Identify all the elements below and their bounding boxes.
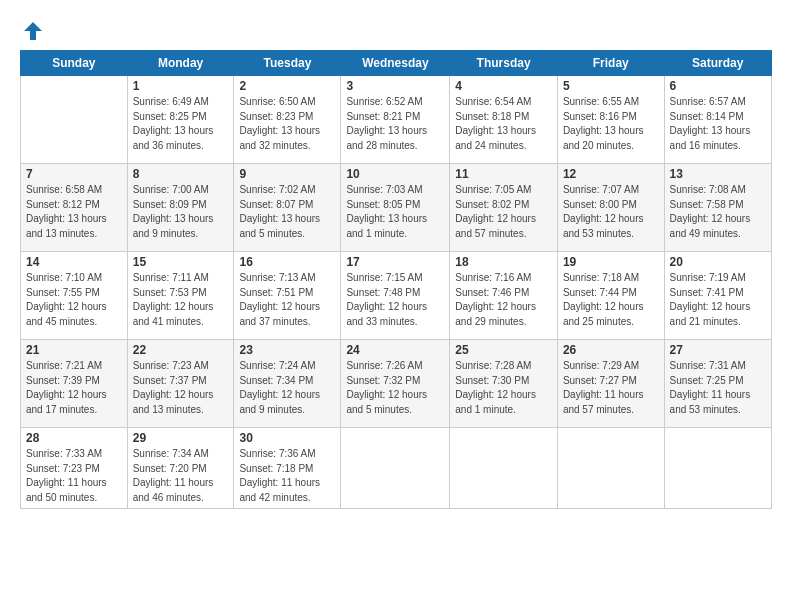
weekday-header: Tuesday <box>234 51 341 76</box>
header <box>20 16 772 42</box>
calendar-cell: 11Sunrise: 7:05 AM Sunset: 8:02 PM Dayli… <box>450 164 558 252</box>
calendar-cell: 13Sunrise: 7:08 AM Sunset: 7:58 PM Dayli… <box>664 164 771 252</box>
day-number: 26 <box>563 343 659 357</box>
weekday-header: Saturday <box>664 51 771 76</box>
day-number: 7 <box>26 167 122 181</box>
day-info: Sunrise: 7:15 AM Sunset: 7:48 PM Dayligh… <box>346 271 444 329</box>
day-number: 27 <box>670 343 766 357</box>
calendar-cell <box>450 428 558 509</box>
day-number: 17 <box>346 255 444 269</box>
calendar-cell: 10Sunrise: 7:03 AM Sunset: 8:05 PM Dayli… <box>341 164 450 252</box>
day-number: 13 <box>670 167 766 181</box>
day-number: 16 <box>239 255 335 269</box>
logo-icon <box>22 20 44 42</box>
day-number: 30 <box>239 431 335 445</box>
day-info: Sunrise: 7:24 AM Sunset: 7:34 PM Dayligh… <box>239 359 335 417</box>
calendar-cell: 30Sunrise: 7:36 AM Sunset: 7:18 PM Dayli… <box>234 428 341 509</box>
day-info: Sunrise: 6:54 AM Sunset: 8:18 PM Dayligh… <box>455 95 552 153</box>
calendar-cell: 19Sunrise: 7:18 AM Sunset: 7:44 PM Dayli… <box>557 252 664 340</box>
day-number: 19 <box>563 255 659 269</box>
day-info: Sunrise: 7:26 AM Sunset: 7:32 PM Dayligh… <box>346 359 444 417</box>
day-info: Sunrise: 7:16 AM Sunset: 7:46 PM Dayligh… <box>455 271 552 329</box>
weekday-header: Thursday <box>450 51 558 76</box>
day-info: Sunrise: 7:11 AM Sunset: 7:53 PM Dayligh… <box>133 271 229 329</box>
day-info: Sunrise: 7:08 AM Sunset: 7:58 PM Dayligh… <box>670 183 766 241</box>
day-number: 2 <box>239 79 335 93</box>
calendar-cell: 6Sunrise: 6:57 AM Sunset: 8:14 PM Daylig… <box>664 76 771 164</box>
calendar-cell: 5Sunrise: 6:55 AM Sunset: 8:16 PM Daylig… <box>557 76 664 164</box>
weekday-header: Sunday <box>21 51 128 76</box>
calendar-cell: 29Sunrise: 7:34 AM Sunset: 7:20 PM Dayli… <box>127 428 234 509</box>
day-info: Sunrise: 6:55 AM Sunset: 8:16 PM Dayligh… <box>563 95 659 153</box>
day-info: Sunrise: 6:49 AM Sunset: 8:25 PM Dayligh… <box>133 95 229 153</box>
day-info: Sunrise: 7:29 AM Sunset: 7:27 PM Dayligh… <box>563 359 659 417</box>
calendar-cell: 23Sunrise: 7:24 AM Sunset: 7:34 PM Dayli… <box>234 340 341 428</box>
day-info: Sunrise: 7:28 AM Sunset: 7:30 PM Dayligh… <box>455 359 552 417</box>
calendar-cell: 26Sunrise: 7:29 AM Sunset: 7:27 PM Dayli… <box>557 340 664 428</box>
calendar-cell: 20Sunrise: 7:19 AM Sunset: 7:41 PM Dayli… <box>664 252 771 340</box>
calendar-cell: 4Sunrise: 6:54 AM Sunset: 8:18 PM Daylig… <box>450 76 558 164</box>
day-info: Sunrise: 7:23 AM Sunset: 7:37 PM Dayligh… <box>133 359 229 417</box>
calendar-cell: 14Sunrise: 7:10 AM Sunset: 7:55 PM Dayli… <box>21 252 128 340</box>
day-number: 8 <box>133 167 229 181</box>
day-number: 29 <box>133 431 229 445</box>
day-info: Sunrise: 7:21 AM Sunset: 7:39 PM Dayligh… <box>26 359 122 417</box>
day-number: 15 <box>133 255 229 269</box>
calendar-cell: 28Sunrise: 7:33 AM Sunset: 7:23 PM Dayli… <box>21 428 128 509</box>
day-info: Sunrise: 6:50 AM Sunset: 8:23 PM Dayligh… <box>239 95 335 153</box>
calendar-cell: 16Sunrise: 7:13 AM Sunset: 7:51 PM Dayli… <box>234 252 341 340</box>
day-info: Sunrise: 7:18 AM Sunset: 7:44 PM Dayligh… <box>563 271 659 329</box>
calendar-cell: 15Sunrise: 7:11 AM Sunset: 7:53 PM Dayli… <box>127 252 234 340</box>
calendar-cell <box>21 76 128 164</box>
day-number: 24 <box>346 343 444 357</box>
calendar-cell: 8Sunrise: 7:00 AM Sunset: 8:09 PM Daylig… <box>127 164 234 252</box>
day-number: 3 <box>346 79 444 93</box>
day-number: 22 <box>133 343 229 357</box>
day-number: 10 <box>346 167 444 181</box>
calendar-cell: 18Sunrise: 7:16 AM Sunset: 7:46 PM Dayli… <box>450 252 558 340</box>
weekday-header: Monday <box>127 51 234 76</box>
day-number: 4 <box>455 79 552 93</box>
calendar-cell: 25Sunrise: 7:28 AM Sunset: 7:30 PM Dayli… <box>450 340 558 428</box>
weekday-header: Friday <box>557 51 664 76</box>
calendar-cell: 12Sunrise: 7:07 AM Sunset: 8:00 PM Dayli… <box>557 164 664 252</box>
calendar-cell: 7Sunrise: 6:58 AM Sunset: 8:12 PM Daylig… <box>21 164 128 252</box>
day-number: 9 <box>239 167 335 181</box>
day-number: 12 <box>563 167 659 181</box>
day-info: Sunrise: 7:10 AM Sunset: 7:55 PM Dayligh… <box>26 271 122 329</box>
day-info: Sunrise: 6:57 AM Sunset: 8:14 PM Dayligh… <box>670 95 766 153</box>
calendar-cell: 1Sunrise: 6:49 AM Sunset: 8:25 PM Daylig… <box>127 76 234 164</box>
calendar-cell <box>341 428 450 509</box>
svg-marker-0 <box>24 22 42 40</box>
weekday-header: Wednesday <box>341 51 450 76</box>
day-info: Sunrise: 7:31 AM Sunset: 7:25 PM Dayligh… <box>670 359 766 417</box>
day-info: Sunrise: 7:36 AM Sunset: 7:18 PM Dayligh… <box>239 447 335 505</box>
calendar-cell: 17Sunrise: 7:15 AM Sunset: 7:48 PM Dayli… <box>341 252 450 340</box>
day-number: 20 <box>670 255 766 269</box>
calendar-cell <box>664 428 771 509</box>
day-info: Sunrise: 7:07 AM Sunset: 8:00 PM Dayligh… <box>563 183 659 241</box>
day-number: 14 <box>26 255 122 269</box>
calendar-cell: 9Sunrise: 7:02 AM Sunset: 8:07 PM Daylig… <box>234 164 341 252</box>
day-info: Sunrise: 6:58 AM Sunset: 8:12 PM Dayligh… <box>26 183 122 241</box>
day-info: Sunrise: 7:13 AM Sunset: 7:51 PM Dayligh… <box>239 271 335 329</box>
weekday-header-row: SundayMondayTuesdayWednesdayThursdayFrid… <box>21 51 772 76</box>
day-info: Sunrise: 7:05 AM Sunset: 8:02 PM Dayligh… <box>455 183 552 241</box>
day-info: Sunrise: 7:34 AM Sunset: 7:20 PM Dayligh… <box>133 447 229 505</box>
calendar-cell: 22Sunrise: 7:23 AM Sunset: 7:37 PM Dayli… <box>127 340 234 428</box>
day-info: Sunrise: 6:52 AM Sunset: 8:21 PM Dayligh… <box>346 95 444 153</box>
day-info: Sunrise: 7:02 AM Sunset: 8:07 PM Dayligh… <box>239 183 335 241</box>
calendar-cell: 2Sunrise: 6:50 AM Sunset: 8:23 PM Daylig… <box>234 76 341 164</box>
calendar-cell <box>557 428 664 509</box>
day-number: 25 <box>455 343 552 357</box>
day-info: Sunrise: 7:33 AM Sunset: 7:23 PM Dayligh… <box>26 447 122 505</box>
day-number: 23 <box>239 343 335 357</box>
day-number: 21 <box>26 343 122 357</box>
day-number: 11 <box>455 167 552 181</box>
day-number: 18 <box>455 255 552 269</box>
day-number: 1 <box>133 79 229 93</box>
calendar-cell: 24Sunrise: 7:26 AM Sunset: 7:32 PM Dayli… <box>341 340 450 428</box>
day-info: Sunrise: 7:00 AM Sunset: 8:09 PM Dayligh… <box>133 183 229 241</box>
day-info: Sunrise: 7:03 AM Sunset: 8:05 PM Dayligh… <box>346 183 444 241</box>
calendar-table: SundayMondayTuesdayWednesdayThursdayFrid… <box>20 50 772 509</box>
